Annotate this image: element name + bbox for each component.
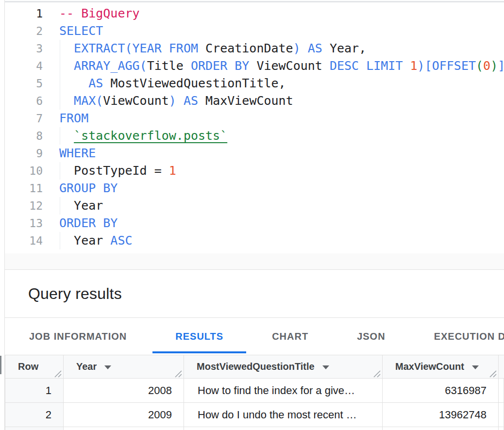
code-line[interactable]: 14 Year ASC: [5, 232, 504, 249]
line-number: 8: [5, 127, 53, 145]
line-number: 9: [5, 145, 53, 162]
code-line[interactable]: 8 `stackoverflow.posts`: [5, 127, 504, 145]
code-text: Year ASC: [59, 232, 133, 249]
vertical-scrollbar-thumb[interactable]: [0, 356, 1, 374]
results-tabs: JOB INFORMATIONRESULTSCHARTJSONEXECUTION…: [5, 318, 504, 355]
code-text: ARRAY_AGG(Title ORDER BY ViewCount DESC …: [59, 57, 504, 75]
code-line[interactable]: 13ORDER BY: [5, 215, 504, 232]
code-line[interactable]: 11GROUP BY: [5, 180, 504, 197]
sort-dropdown-icon[interactable]: [104, 365, 111, 369]
cell-empty: [64, 427, 184, 430]
tab-label: CHART: [272, 331, 308, 342]
cell-maxviewcount: 6316987: [383, 379, 499, 403]
code-text: MAX(ViewCount) AS MaxViewCount: [59, 92, 293, 110]
code-line[interactable]: 6 MAX(ViewCount) AS MaxViewCount: [5, 92, 504, 110]
code-text: GROUP BY: [59, 180, 118, 197]
cell-overflow: [499, 403, 504, 427]
tab-label: JOB INFORMATION: [29, 331, 127, 342]
sort-dropdown-icon[interactable]: [322, 365, 329, 369]
code-line[interactable]: 9WHERE: [5, 145, 504, 162]
panel-left-border: [4, 0, 5, 430]
tab-results[interactable]: RESULTS: [151, 318, 248, 355]
column-header-overflow: [499, 355, 504, 379]
results-table: RowYearMostViewedQuestionTitleMaxViewCou…: [5, 355, 504, 430]
column-resize-icon[interactable]: [174, 369, 182, 377]
cell-mostviewedquestiontitle: How to find the index for a give…: [184, 379, 383, 403]
code-line[interactable]: 10 PostTypeId = 1: [5, 162, 504, 180]
column-header-label: Year: [76, 361, 97, 372]
tab-json[interactable]: JSON: [333, 318, 409, 355]
code-line[interactable]: 5 AS MostViewedQuestionTitle,: [5, 75, 504, 92]
indent-guide-icon: [60, 75, 60, 92]
cell-overflow: [499, 379, 504, 403]
table-row: 12008How to find the index for a give…63…: [5, 379, 504, 403]
column-header-maxviewcount[interactable]: MaxViewCount: [383, 355, 499, 379]
code-text: FROM: [59, 110, 88, 127]
editor-top-border: [5, 1, 504, 2]
indent-guide-icon: [60, 40, 60, 57]
cell-empty: [5, 427, 64, 430]
code-lines: 1-- BigQuery2SELECT3 EXTRACT(YEAR FROM C…: [5, 5, 504, 249]
code-text: SELECT: [59, 22, 103, 40]
cell-empty: [499, 427, 504, 430]
column-header-label: MaxViewCount: [395, 361, 464, 372]
column-resize-icon[interactable]: [489, 369, 497, 377]
line-number: 3: [5, 40, 53, 57]
line-number: 12: [5, 197, 53, 215]
table-header-row: RowYearMostViewedQuestionTitleMaxViewCou…: [5, 355, 504, 379]
code-line[interactable]: 7FROM: [5, 110, 504, 127]
indent-guide-icon: [60, 232, 60, 249]
line-number: 6: [5, 92, 53, 110]
tab-label: EXECUTION DETAILS: [434, 331, 504, 342]
line-number: 10: [5, 162, 53, 180]
tab-job-information[interactable]: JOB INFORMATION: [5, 318, 151, 355]
code-text: Year: [59, 197, 103, 215]
code-line[interactable]: 1-- BigQuery: [5, 5, 504, 22]
tab-chart[interactable]: CHART: [248, 318, 333, 355]
indent-guide-icon: [60, 92, 60, 110]
cell-row: 1: [5, 379, 64, 403]
query-results-header: Query results: [5, 270, 504, 318]
indent-guide-icon: [60, 127, 60, 145]
sql-editor[interactable]: 1-- BigQuery2SELECT3 EXTRACT(YEAR FROM C…: [5, 0, 504, 253]
code-text: `stackoverflow.posts`: [59, 127, 227, 145]
column-header-label: MostViewedQuestionTitle: [197, 361, 315, 372]
line-number: 14: [5, 232, 53, 249]
tab-execution-details[interactable]: EXECUTION DETAILS: [410, 318, 504, 355]
code-text: PostTypeId = 1: [59, 162, 176, 180]
code-text: ORDER BY: [59, 215, 118, 232]
table-row-partial: [5, 427, 504, 430]
cell-empty: [383, 427, 499, 430]
code-line[interactable]: 3 EXTRACT(YEAR FROM CreationDate) AS Yea…: [5, 40, 504, 57]
cell-year: 2009: [64, 403, 184, 427]
line-number: 4: [5, 57, 53, 75]
cell-empty: [184, 427, 383, 430]
code-text: EXTRACT(YEAR FROM CreationDate) AS Year,: [59, 40, 366, 57]
indent-guide-icon: [60, 57, 60, 75]
column-header-year[interactable]: Year: [64, 355, 184, 379]
tab-label: JSON: [357, 331, 385, 342]
table-row: 22009How do I undo the most recent …1396…: [5, 403, 504, 427]
indent-guide-icon: [60, 162, 60, 180]
column-header-row[interactable]: Row: [5, 355, 64, 379]
indent-guide-icon: [60, 197, 60, 215]
column-header-mostviewedquestiontitle[interactable]: MostViewedQuestionTitle: [184, 355, 383, 379]
line-number: 7: [5, 110, 53, 127]
code-text: AS MostViewedQuestionTitle,: [59, 75, 286, 92]
code-line[interactable]: 4 ARRAY_AGG(Title ORDER BY ViewCount DES…: [5, 57, 504, 75]
cell-mostviewedquestiontitle: How do I undo the most recent …: [184, 403, 383, 427]
line-number: 1: [5, 5, 53, 22]
sort-dropdown-icon[interactable]: [472, 365, 479, 369]
tab-label: RESULTS: [175, 331, 223, 342]
line-number: 2: [5, 22, 53, 40]
code-line[interactable]: 12 Year: [5, 197, 504, 215]
line-number: 11: [5, 180, 53, 197]
column-resize-icon[interactable]: [373, 369, 381, 377]
cell-year: 2008: [64, 379, 184, 403]
code-text: WHERE: [59, 145, 96, 162]
code-line[interactable]: 2SELECT: [5, 22, 504, 40]
line-number: 13: [5, 215, 53, 232]
column-resize-icon[interactable]: [54, 369, 62, 377]
bigquery-results-page: { "colors":{ "keyword":"#3b78e7","commen…: [0, 0, 504, 430]
code-text: -- BigQuery: [59, 5, 140, 22]
